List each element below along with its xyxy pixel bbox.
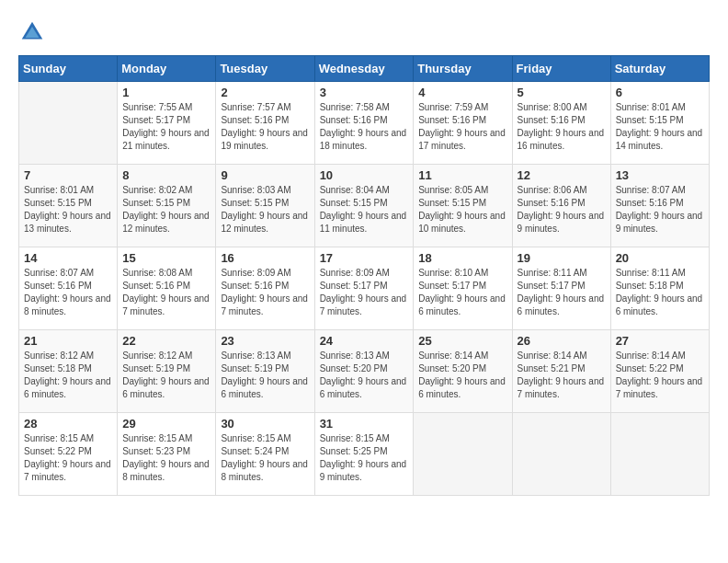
- calendar-day-cell: 22Sunrise: 8:12 AM Sunset: 5:19 PM Dayli…: [118, 330, 216, 413]
- calendar-day-cell: 1Sunrise: 7:55 AM Sunset: 5:17 PM Daylig…: [118, 82, 216, 165]
- day-of-week-header: Wednesday: [314, 56, 414, 82]
- calendar-day-cell: 7Sunrise: 8:01 AM Sunset: 5:15 PM Daylig…: [19, 165, 118, 247]
- day-number: 22: [122, 334, 210, 348]
- day-number: 15: [122, 251, 210, 265]
- day-number: 11: [418, 168, 506, 182]
- day-number: 17: [320, 251, 409, 265]
- calendar-day-cell: 26Sunrise: 8:14 AM Sunset: 5:21 PM Dayli…: [512, 330, 610, 413]
- day-number: 5: [518, 86, 606, 99]
- calendar-day-cell: 17Sunrise: 8:09 AM Sunset: 5:17 PM Dayli…: [314, 247, 414, 330]
- day-of-week-header: Friday: [512, 56, 610, 82]
- day-number: 20: [616, 251, 704, 265]
- day-info: Sunrise: 8:07 AM Sunset: 5:16 PM Dayligh…: [24, 267, 112, 318]
- calendar-day-cell: 11Sunrise: 8:05 AM Sunset: 5:15 PM Dayli…: [414, 165, 512, 247]
- day-info: Sunrise: 8:02 AM Sunset: 5:15 PM Dayligh…: [122, 184, 210, 236]
- calendar-day-cell: 24Sunrise: 8:13 AM Sunset: 5:20 PM Dayli…: [314, 330, 414, 413]
- day-number: 18: [418, 251, 506, 265]
- calendar-day-cell: 15Sunrise: 8:08 AM Sunset: 5:16 PM Dayli…: [118, 247, 216, 330]
- calendar-day-cell: 30Sunrise: 8:15 AM Sunset: 5:24 PM Dayli…: [216, 413, 314, 496]
- calendar-week-row: 1Sunrise: 7:55 AM Sunset: 5:17 PM Daylig…: [19, 82, 710, 165]
- day-info: Sunrise: 8:00 AM Sunset: 5:16 PM Dayligh…: [518, 101, 606, 153]
- day-info: Sunrise: 8:15 AM Sunset: 5:25 PM Dayligh…: [320, 432, 409, 484]
- calendar-day-cell: 27Sunrise: 8:14 AM Sunset: 5:22 PM Dayli…: [610, 330, 709, 413]
- day-info: Sunrise: 8:06 AM Sunset: 5:16 PM Dayligh…: [518, 184, 606, 236]
- page-header: [18, 18, 710, 46]
- calendar-day-cell: 20Sunrise: 8:11 AM Sunset: 5:18 PM Dayli…: [610, 247, 709, 330]
- day-number: 25: [418, 334, 506, 348]
- day-number: 4: [418, 86, 506, 99]
- calendar-day-cell: 13Sunrise: 8:07 AM Sunset: 5:16 PM Dayli…: [610, 165, 709, 247]
- calendar-day-cell: 28Sunrise: 8:15 AM Sunset: 5:22 PM Dayli…: [19, 413, 118, 496]
- calendar-day-cell: 8Sunrise: 8:02 AM Sunset: 5:15 PM Daylig…: [118, 165, 216, 247]
- day-info: Sunrise: 8:08 AM Sunset: 5:16 PM Dayligh…: [122, 267, 210, 318]
- day-number: 31: [320, 417, 409, 431]
- day-of-week-header: Saturday: [610, 56, 709, 82]
- day-info: Sunrise: 8:01 AM Sunset: 5:15 PM Dayligh…: [616, 101, 704, 153]
- calendar-day-cell: [414, 413, 512, 496]
- day-number: 30: [221, 417, 309, 431]
- calendar-day-cell: 9Sunrise: 8:03 AM Sunset: 5:15 PM Daylig…: [216, 165, 314, 247]
- day-number: 19: [518, 251, 606, 265]
- day-info: Sunrise: 8:14 AM Sunset: 5:20 PM Dayligh…: [418, 350, 506, 401]
- calendar-day-cell: 12Sunrise: 8:06 AM Sunset: 5:16 PM Dayli…: [512, 165, 610, 247]
- day-info: Sunrise: 8:13 AM Sunset: 5:20 PM Dayligh…: [320, 350, 409, 401]
- day-info: Sunrise: 8:15 AM Sunset: 5:24 PM Dayligh…: [221, 432, 309, 484]
- day-info: Sunrise: 8:15 AM Sunset: 5:22 PM Dayligh…: [24, 432, 112, 484]
- calendar-day-cell: 6Sunrise: 8:01 AM Sunset: 5:15 PM Daylig…: [610, 82, 709, 165]
- day-number: 13: [616, 168, 704, 182]
- day-number: 8: [122, 168, 210, 182]
- day-number: 21: [24, 334, 112, 348]
- calendar-day-cell: 5Sunrise: 8:00 AM Sunset: 5:16 PM Daylig…: [512, 82, 610, 165]
- calendar-day-cell: 18Sunrise: 8:10 AM Sunset: 5:17 PM Dayli…: [414, 247, 512, 330]
- day-info: Sunrise: 8:13 AM Sunset: 5:19 PM Dayligh…: [221, 350, 309, 401]
- day-number: 26: [518, 334, 606, 348]
- day-info: Sunrise: 7:57 AM Sunset: 5:16 PM Dayligh…: [221, 101, 309, 153]
- day-number: 1: [122, 86, 210, 99]
- day-info: Sunrise: 8:14 AM Sunset: 5:21 PM Dayligh…: [518, 350, 606, 401]
- day-info: Sunrise: 7:58 AM Sunset: 5:16 PM Dayligh…: [320, 101, 409, 153]
- calendar-week-row: 28Sunrise: 8:15 AM Sunset: 5:22 PM Dayli…: [19, 413, 710, 496]
- day-info: Sunrise: 8:05 AM Sunset: 5:15 PM Dayligh…: [418, 184, 506, 236]
- calendar-day-cell: 19Sunrise: 8:11 AM Sunset: 5:17 PM Dayli…: [512, 247, 610, 330]
- day-info: Sunrise: 8:12 AM Sunset: 5:19 PM Dayligh…: [122, 350, 210, 401]
- calendar-day-cell: 14Sunrise: 8:07 AM Sunset: 5:16 PM Dayli…: [19, 247, 118, 330]
- calendar-body: 1Sunrise: 7:55 AM Sunset: 5:17 PM Daylig…: [19, 82, 710, 496]
- calendar-week-row: 7Sunrise: 8:01 AM Sunset: 5:15 PM Daylig…: [19, 165, 710, 247]
- calendar-day-cell: 23Sunrise: 8:13 AM Sunset: 5:19 PM Dayli…: [216, 330, 314, 413]
- day-number: 23: [221, 334, 309, 348]
- day-number: 14: [24, 251, 112, 265]
- day-number: 27: [616, 334, 704, 348]
- day-info: Sunrise: 7:55 AM Sunset: 5:17 PM Dayligh…: [122, 101, 210, 153]
- day-of-week-header: Sunday: [19, 56, 118, 82]
- calendar-day-cell: 16Sunrise: 8:09 AM Sunset: 5:16 PM Dayli…: [216, 247, 314, 330]
- day-of-week-header: Thursday: [414, 56, 512, 82]
- day-of-week-header: Monday: [118, 56, 216, 82]
- day-number: 3: [320, 86, 409, 99]
- day-number: 12: [518, 168, 606, 182]
- day-info: Sunrise: 7:59 AM Sunset: 5:16 PM Dayligh…: [418, 101, 506, 153]
- day-number: 28: [24, 417, 112, 431]
- day-info: Sunrise: 8:11 AM Sunset: 5:17 PM Dayligh…: [518, 267, 606, 318]
- day-info: Sunrise: 8:03 AM Sunset: 5:15 PM Dayligh…: [221, 184, 309, 236]
- calendar-day-cell: 4Sunrise: 7:59 AM Sunset: 5:16 PM Daylig…: [414, 82, 512, 165]
- logo-icon: [18, 18, 46, 46]
- day-info: Sunrise: 8:12 AM Sunset: 5:18 PM Dayligh…: [24, 350, 112, 401]
- day-info: Sunrise: 8:15 AM Sunset: 5:23 PM Dayligh…: [122, 432, 210, 484]
- day-number: 24: [320, 334, 409, 348]
- calendar-day-cell: 3Sunrise: 7:58 AM Sunset: 5:16 PM Daylig…: [314, 82, 414, 165]
- calendar-day-cell: 10Sunrise: 8:04 AM Sunset: 5:15 PM Dayli…: [314, 165, 414, 247]
- day-info: Sunrise: 8:07 AM Sunset: 5:16 PM Dayligh…: [616, 184, 704, 236]
- calendar-table: SundayMondayTuesdayWednesdayThursdayFrid…: [18, 55, 710, 496]
- day-number: 29: [122, 417, 210, 431]
- calendar-day-cell: [610, 413, 709, 496]
- calendar-day-cell: [512, 413, 610, 496]
- day-info: Sunrise: 8:10 AM Sunset: 5:17 PM Dayligh…: [418, 267, 506, 318]
- calendar-week-row: 21Sunrise: 8:12 AM Sunset: 5:18 PM Dayli…: [19, 330, 710, 413]
- day-info: Sunrise: 8:14 AM Sunset: 5:22 PM Dayligh…: [616, 350, 704, 401]
- day-number: 9: [221, 168, 309, 182]
- calendar-header-row: SundayMondayTuesdayWednesdayThursdayFrid…: [19, 56, 710, 82]
- day-number: 6: [616, 86, 704, 99]
- day-info: Sunrise: 8:11 AM Sunset: 5:18 PM Dayligh…: [616, 267, 704, 318]
- day-info: Sunrise: 8:09 AM Sunset: 5:16 PM Dayligh…: [221, 267, 309, 318]
- calendar-day-cell: [19, 82, 118, 165]
